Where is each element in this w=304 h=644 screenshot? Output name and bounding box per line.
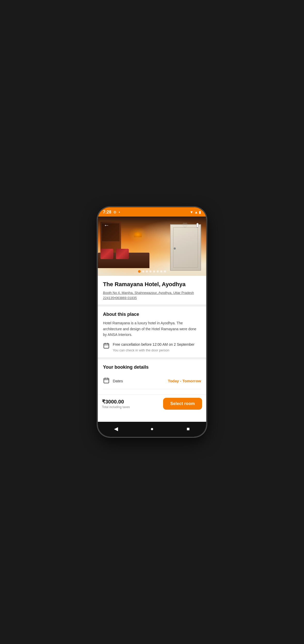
- hotel-image: ← ♡ ⬆: [98, 217, 206, 276]
- price-section: ₹3000.00 Total including taxes: [102, 399, 163, 409]
- status-bar: 7:28 ⚙ • ▼ ▲ ▮: [98, 207, 206, 217]
- booking-section: Your booking details Dates Today - Tomor…: [98, 359, 206, 394]
- cancellation-info: Free cancellation before 12:00 AM on 2 S…: [103, 342, 201, 352]
- image-dots: [138, 270, 166, 273]
- divider-1: [98, 304, 206, 307]
- dates-label: Dates: [113, 379, 165, 383]
- status-left: 7:28 ⚙ •: [103, 210, 120, 214]
- share-button[interactable]: ⬆: [193, 221, 202, 230]
- back-arrow-icon: ←: [104, 222, 109, 229]
- calendar-icon-container: [103, 342, 110, 350]
- dot-1[interactable]: [138, 270, 141, 273]
- nav-home-button[interactable]: ●: [147, 425, 157, 433]
- heart-icon: ♡: [182, 222, 188, 229]
- svg-rect-4: [104, 378, 109, 383]
- about-description: Hotel Ramayana is a luxury hotel in Ayod…: [103, 320, 201, 337]
- dates-value: Today - Tomorrow: [168, 379, 201, 383]
- back-button[interactable]: ←: [102, 221, 111, 230]
- cancellation-details: Free cancellation before 12:00 AM on 2 S…: [113, 342, 201, 352]
- bottom-bar: ₹3000.00 Total including taxes Select ro…: [98, 394, 206, 413]
- nav-recent-button[interactable]: ■: [183, 425, 193, 433]
- dot-8[interactable]: [164, 270, 166, 273]
- booking-dates-row[interactable]: Dates Today - Tomorrow: [103, 373, 201, 389]
- dot-2[interactable]: [142, 270, 144, 273]
- status-right: ▼ ▲ ▮: [190, 210, 201, 214]
- image-actions: ♡ ⬆: [180, 221, 202, 230]
- image-nav: ← ♡ ⬆: [98, 217, 206, 276]
- booking-title: Your booking details: [103, 365, 201, 370]
- booking-dates-calendar-icon: [103, 377, 110, 385]
- phone-screen: 7:28 ⚙ • ▼ ▲ ▮: [98, 207, 206, 437]
- calendar-icon: [103, 342, 110, 349]
- svg-rect-0: [104, 343, 109, 348]
- notification-dot: •: [119, 210, 120, 214]
- select-room-button[interactable]: Select room: [163, 398, 202, 410]
- hotel-info: The Ramayana Hotel, Ayodhya Booth No 4, …: [98, 276, 206, 304]
- hotel-address[interactable]: Booth No 4, Manjha, Shahnewazpur, Ayodhy…: [103, 290, 201, 300]
- about-title: About this place: [103, 312, 201, 317]
- dot-7[interactable]: [160, 270, 162, 273]
- nav-back-button[interactable]: ◀: [111, 425, 121, 433]
- signal-icon: ▲: [194, 210, 198, 214]
- status-time: 7:28: [103, 210, 111, 214]
- cancellation-sub-text: You can check in with the door person: [113, 348, 201, 352]
- gear-icon: ⚙: [113, 210, 117, 214]
- wifi-icon: ▼: [190, 210, 193, 214]
- dot-3[interactable]: [146, 270, 148, 273]
- about-section: About this place Hotel Ramayana is a lux…: [98, 307, 206, 357]
- hotel-name: The Ramayana Hotel, Ayodhya: [103, 281, 201, 288]
- dot-4[interactable]: [149, 270, 151, 273]
- battery-icon: ▮: [199, 210, 201, 214]
- price-label: Total including taxes: [102, 405, 163, 409]
- share-icon: ⬆: [195, 222, 200, 229]
- dot-5[interactable]: [153, 270, 155, 273]
- dot-6[interactable]: [157, 270, 159, 273]
- dates-calendar-icon: [103, 377, 110, 384]
- android-nav-bar: ◀ ● ■: [98, 422, 206, 437]
- price-amount: ₹3000.00: [102, 399, 163, 405]
- phone-frame: 7:28 ⚙ • ▼ ▲ ▮: [98, 207, 206, 437]
- scroll-content[interactable]: ← ♡ ⬆: [98, 217, 206, 422]
- favorite-button[interactable]: ♡: [180, 221, 190, 230]
- cancellation-main-text: Free cancellation before 12:00 AM on 2 S…: [113, 342, 201, 347]
- divider-2: [98, 357, 206, 359]
